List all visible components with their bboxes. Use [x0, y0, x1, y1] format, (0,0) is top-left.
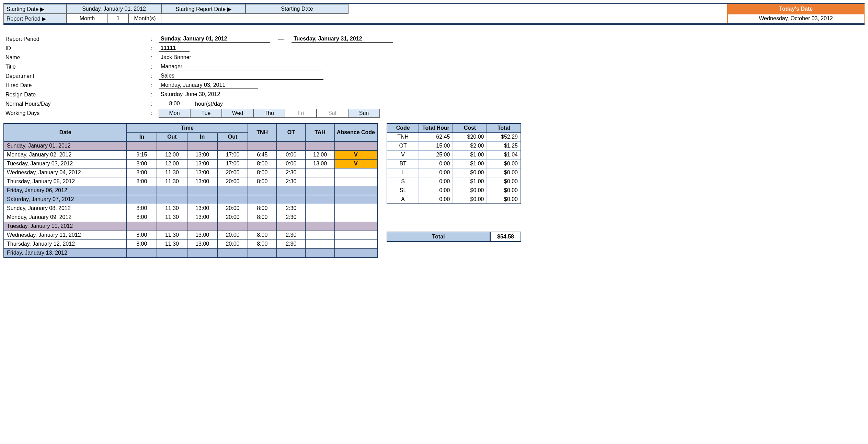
- col-out1: Out: [157, 132, 187, 141]
- report-period-num[interactable]: 1: [108, 14, 128, 23]
- grand-total-label: Total: [387, 232, 490, 242]
- info-title-label: Title: [3, 64, 145, 70]
- table-row: Friday, January 06, 2012: [4, 186, 377, 195]
- absence-code-cell[interactable]: [334, 204, 377, 213]
- working-days: MonTueWedThuFriSatSun: [159, 109, 380, 118]
- table-row: Tuesday, January 03, 20128:0012:0013:001…: [4, 159, 377, 168]
- col-ot: OT: [277, 124, 306, 141]
- sum-col-code: Code: [387, 124, 419, 132]
- absence-code-cell[interactable]: V: [334, 150, 377, 159]
- info-title: Manager: [159, 63, 323, 70]
- day-mon[interactable]: Mon: [159, 109, 190, 118]
- col-tah: TAH: [306, 124, 334, 141]
- report-period-unit: Month(s): [128, 14, 161, 23]
- day-fri[interactable]: Fri: [285, 109, 317, 118]
- sum-col-cost: Cost: [453, 124, 487, 132]
- info-id: 11111: [159, 45, 190, 52]
- summary-row: SL0:00$0.00$0.00: [387, 186, 521, 195]
- day-sun[interactable]: Sun: [348, 109, 380, 118]
- summary-row: TNH62:45$20.00$52.29: [387, 132, 521, 141]
- absence-code-cell[interactable]: [334, 177, 377, 186]
- info-resign: Saturday, June 30, 2012: [159, 91, 258, 98]
- table-row: Tuesday, January 10, 2012: [4, 222, 377, 231]
- absence-code-cell[interactable]: [334, 168, 377, 177]
- info-report-period-label: Report Period: [3, 36, 145, 42]
- info-dept-label: Department: [3, 73, 145, 79]
- summary-row: OT15:00$2.00$1.25: [387, 141, 521, 150]
- day-tue[interactable]: Tue: [190, 109, 222, 118]
- summary-row: BT0:00$1.00$0.00: [387, 159, 521, 168]
- info-hired-label: Hired Date: [3, 82, 145, 89]
- info-working-days-label: Working Days: [3, 110, 145, 116]
- timesheet-table: Date Time TNH OT TAH Absence Code In Out…: [3, 123, 378, 258]
- day-wed[interactable]: Wed: [222, 109, 253, 118]
- summary-row: A0:00$0.00$0.00: [387, 195, 521, 204]
- summary-row: S0:00$1.00$0.00: [387, 177, 521, 186]
- absence-code-cell[interactable]: [334, 222, 377, 231]
- sum-col-th: Total Hour: [419, 124, 453, 132]
- absence-code-cell[interactable]: V: [334, 159, 377, 168]
- absence-code-cell[interactable]: [334, 141, 377, 150]
- starting-date-label: Starting Date ▶: [3, 4, 67, 14]
- table-row: Thursday, January 05, 20128:0011:3013:00…: [4, 177, 377, 186]
- summary-row: V25:00$1.00$1.04: [387, 150, 521, 159]
- summary-row: L0:00$0.00$0.00: [387, 168, 521, 177]
- table-row: Friday, January 13, 2012: [4, 248, 377, 257]
- table-row: Saturday, January 07, 2012: [4, 195, 377, 204]
- col-abs: Absence Code: [334, 124, 377, 141]
- starting-report-date-label: Starting Report Date ▶: [161, 4, 245, 14]
- table-row: Sunday, January 08, 20128:0011:3013:0020…: [4, 204, 377, 213]
- col-time: Time: [127, 124, 248, 132]
- col-date: Date: [4, 124, 127, 141]
- info-hours-unit: hour(s)/day: [190, 101, 223, 107]
- day-sat[interactable]: Sat: [317, 109, 348, 118]
- todays-date-value: Wednesday, October 03, 2012: [727, 14, 865, 23]
- info-hours-label: Normal Hours/Day: [3, 101, 145, 107]
- report-period-type[interactable]: Month: [67, 14, 108, 23]
- starting-date-value[interactable]: Sunday, January 01, 2012: [67, 4, 161, 14]
- report-period-label: Report Period ▶: [3, 14, 67, 23]
- info-id-label: ID: [3, 45, 145, 51]
- table-row: Thursday, January 12, 20128:0011:3013:00…: [4, 239, 377, 248]
- grand-total-value: $54.58: [490, 232, 521, 242]
- period-from: Sunday, January 01, 2012: [159, 35, 270, 43]
- starting-report-date-value[interactable]: Starting Date: [245, 4, 349, 14]
- col-in2: In: [187, 132, 217, 141]
- summary-table: Code Total Hour Cost Total TNH62:45$20.0…: [387, 123, 521, 204]
- absence-code-cell[interactable]: [334, 231, 377, 239]
- info-resign-label: Resign Date: [3, 92, 145, 98]
- absence-code-cell[interactable]: [334, 248, 377, 257]
- info-dept: Sales: [159, 72, 323, 80]
- period-dash: —: [272, 36, 290, 42]
- table-row: Wednesday, January 11, 20128:0011:3013:0…: [4, 231, 377, 239]
- day-thu[interactable]: Thu: [253, 109, 285, 118]
- absence-code-cell[interactable]: [334, 195, 377, 204]
- table-row: Wednesday, January 04, 20128:0011:3013:0…: [4, 168, 377, 177]
- table-row: Monday, January 09, 20128:0011:3013:0020…: [4, 213, 377, 222]
- col-out2: Out: [217, 132, 248, 141]
- absence-code-cell[interactable]: [334, 186, 377, 195]
- info-hired: Monday, January 03, 2011: [159, 82, 258, 89]
- absence-code-cell[interactable]: [334, 239, 377, 248]
- absence-code-cell[interactable]: [334, 213, 377, 222]
- info-name: Jack Banner: [159, 54, 323, 61]
- info-name-label: Name: [3, 55, 145, 61]
- info-hours-val: 8:00: [159, 101, 190, 107]
- table-row: Sunday, January 01, 2012: [4, 141, 377, 150]
- todays-date-header: Today's Date: [727, 4, 865, 14]
- sum-col-total: Total: [487, 124, 521, 132]
- table-row: Monday, January 02, 20129:1512:0013:0017…: [4, 150, 377, 159]
- col-tnh: TNH: [248, 124, 277, 141]
- col-in1: In: [127, 132, 157, 141]
- period-to: Tuesday, January 31, 2012: [292, 35, 393, 43]
